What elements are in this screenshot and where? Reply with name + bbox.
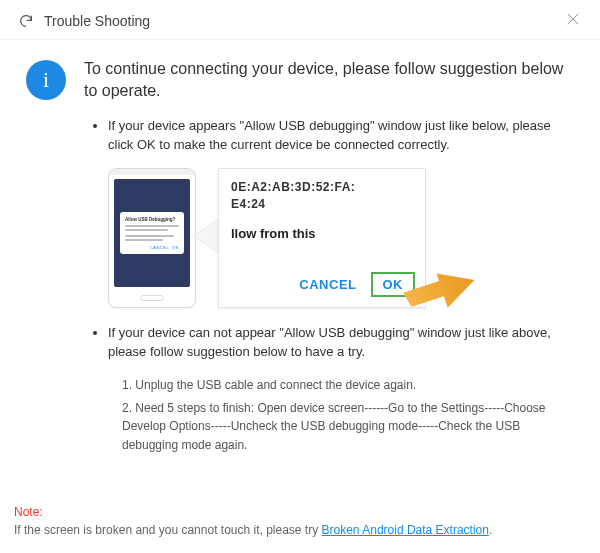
fingerprint-line-2: E4:24 (231, 196, 413, 212)
phone-mock: Allow USB Debugging? CANCEL OK (108, 168, 196, 308)
phone-popup-title: Allow USB Debugging? (125, 217, 179, 223)
note-text: If the screen is broken and you cannot t… (14, 523, 322, 537)
step-1: 1. Unplug the USB cable and connect the … (122, 376, 556, 395)
steps: 1. Unplug the USB cable and connect the … (122, 376, 556, 454)
list-item: If your device appears "Allow USB debugg… (108, 117, 574, 155)
footer: Note: If the screen is broken and you ca… (14, 503, 586, 539)
window-title: Trouble Shooting (44, 13, 150, 29)
refresh-icon (18, 13, 34, 29)
arrow-icon (404, 272, 484, 308)
speech-tail (194, 218, 220, 254)
dialog-middle-text: llow from this (231, 226, 413, 243)
svg-marker-0 (404, 272, 480, 308)
step-2: 2. Need 5 steps to finish: Open device s… (122, 399, 556, 455)
note-label: Note: (14, 505, 43, 519)
list-item: If your device can not appear "Allow USB… (108, 324, 574, 362)
suggestion-list: If your device appears "Allow USB debugg… (108, 117, 574, 155)
titlebar: Trouble Shooting (0, 0, 600, 40)
dialog-mock: 0E:A2:AB:3D:52:FA: E4:24 llow from this … (218, 168, 426, 308)
title-left: Trouble Shooting (18, 13, 150, 29)
fingerprint-line-1: 0E:A2:AB:3D:52:FA: (231, 179, 413, 195)
heading-row: i To continue connecting your device, pl… (26, 58, 574, 103)
heading-text: To continue connecting your device, plea… (84, 58, 574, 103)
broken-android-link[interactable]: Broken Android Data Extraction (322, 523, 489, 537)
close-icon[interactable] (564, 10, 582, 31)
cancel-button[interactable]: CANCEL (299, 277, 356, 292)
note-period: . (489, 523, 492, 537)
info-icon: i (26, 60, 66, 100)
illustration: Allow USB Debugging? CANCEL OK 0E:A2:AB:… (108, 168, 478, 310)
suggestion-list-2: If your device can not appear "Allow USB… (108, 324, 574, 362)
content: i To continue connecting your device, pl… (0, 40, 600, 455)
